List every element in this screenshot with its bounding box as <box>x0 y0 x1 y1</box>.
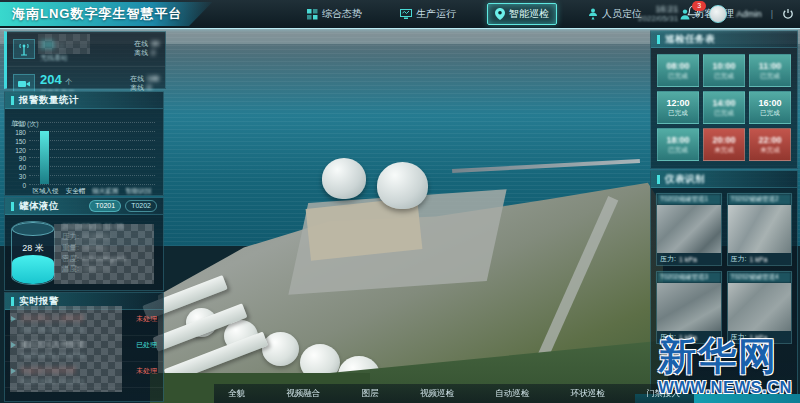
user-area: 16:21 2022/05/31 3 Admin | <box>638 0 794 28</box>
tank-level-text: 28 米 <box>12 242 54 255</box>
header-accent <box>11 96 14 105</box>
tank-liquid <box>12 255 54 284</box>
panel-header: 仪表识别 <box>651 171 797 188</box>
patrol-schedule-panel: 巡检任务表 08:00已完成 10:00已完成 11:00已完成 12:00已完… <box>650 30 798 169</box>
toolbar-item-auto-patrol[interactable]: 自动巡检 <box>495 388 529 400</box>
panel-title: 罐体液位 <box>19 200 59 213</box>
header-accent <box>657 175 660 184</box>
chart-plot-area: 210 180 150 120 90 60 30 0 <box>29 122 155 184</box>
stat-label: 无线基站 <box>40 53 68 63</box>
nav-item-overview[interactable]: 综合态势 <box>300 4 369 24</box>
schedule-cell[interactable]: 20:00未完成 <box>703 128 745 161</box>
lng-storage-tank <box>377 162 428 209</box>
notifications-button[interactable]: 3 <box>687 5 700 23</box>
alarm-statistics-panel: 报警数量统计 单位 (次) 210 180 150 120 90 60 30 0… <box>4 91 164 196</box>
scene-toolbar: 全貌 视频融合 图层 视频巡检 自动巡检 环状巡检 门禁接入 <box>214 384 694 403</box>
monitor-icon <box>400 9 412 20</box>
chart-bars <box>29 122 155 184</box>
dashboard-icon <box>307 9 318 20</box>
panel-header: 报警数量统计 <box>5 92 163 109</box>
power-button[interactable] <box>782 8 794 20</box>
lng-storage-tank <box>322 158 366 199</box>
camera-tile[interactable]: T0202储罐管道2 压力:1 kPa <box>727 193 793 266</box>
header-accent <box>11 202 14 211</box>
xinhuanet-watermark: 新华网 WWW.NEWS.CN <box>658 337 792 396</box>
schedule-grid: 08:00已完成 10:00已完成 11:00已完成 12:00已完成 14:0… <box>651 48 797 167</box>
nav-label: 人员定位 <box>602 7 642 21</box>
nav-label: 生产运行 <box>416 7 456 21</box>
chart-x-labels: 区域入侵 安全帽 烟火监测 智能识别 <box>29 187 155 196</box>
camera-reading: 压力:1 kPa <box>657 253 721 265</box>
alarm-status: 未处理 <box>136 314 157 324</box>
notification-badge: 3 <box>692 1 706 11</box>
camera-thumbnail <box>728 283 792 331</box>
tank-cylinder-gauge: 28 米 <box>11 221 55 285</box>
camera-thumbnail <box>728 205 792 253</box>
stat-value: 204 个 <box>40 72 72 87</box>
camera-tile[interactable]: T0202储罐管道4 压力:1 kPa <box>727 271 793 344</box>
sphere-tank <box>262 332 299 366</box>
app-title: 海南LNG数字孪生智慧平台 <box>12 5 182 23</box>
schedule-cell[interactable]: 22:00未完成 <box>749 128 791 161</box>
username: Admin <box>736 9 762 19</box>
toolbar-item-layers[interactable]: 图层 <box>362 388 379 400</box>
schedule-cell[interactable]: 18:00已完成 <box>657 128 699 161</box>
schedule-cell[interactable]: 08:00已完成 <box>657 54 699 87</box>
camera-grid: T0202储罐管道1 压力:1 kPa T0202储罐管道2 压力:1 kPa … <box>651 188 797 349</box>
nav-item-production[interactable]: 生产运行 <box>393 4 463 24</box>
camera-reading: 压力:1 kPa <box>728 253 792 265</box>
camera-tile[interactable]: T0202储罐管道3 压力:1 kPa <box>656 271 722 344</box>
nav-item-smart-patrol[interactable]: 智能巡检 <box>487 3 557 25</box>
schedule-cell[interactable]: 14:00已完成 <box>703 91 745 124</box>
alarm-bar-chart: 单位 (次) 210 180 150 120 90 60 30 0 区域入侵 安… <box>11 112 157 196</box>
divider: | <box>771 9 773 19</box>
person-pin-icon <box>588 8 598 20</box>
panel-title: 报警数量统计 <box>19 94 79 107</box>
camera-tile[interactable]: T0202储罐管道1 压力:1 kPa <box>656 193 722 266</box>
toolbar-item-video-fusion[interactable]: 视频融合 <box>286 388 320 400</box>
header-accent <box>657 35 660 44</box>
base-station-icon <box>13 39 35 59</box>
panel-header: 罐体液位 T0201 T0202 <box>5 198 163 215</box>
app-title-banner: 海南LNG数字孪生智慧平台 <box>0 2 212 26</box>
nav-label: 智能巡检 <box>509 7 549 21</box>
header-accent <box>11 297 14 306</box>
xinhuanet-url: WWW.NEWS.CN <box>658 379 792 396</box>
schedule-cell[interactable]: 16:00已完成 <box>749 91 791 124</box>
censor-mosaic <box>10 306 122 392</box>
panel-header: 巡检任务表 <box>651 31 797 48</box>
camera-title: T0202储罐管道3 <box>657 272 721 283</box>
toolbar-item-video-patrol[interactable]: 视频巡检 <box>420 388 454 400</box>
panel-title: 巡检任务表 <box>665 33 715 46</box>
chart-bar[interactable] <box>40 131 49 184</box>
nav-label: 综合态势 <box>322 7 362 21</box>
censor-mosaic <box>54 224 154 284</box>
censor-mosaic <box>38 34 90 54</box>
location-pin-icon <box>495 8 505 20</box>
top-bar: 海南LNG数字孪生智慧平台 综合态势 生产运行 智能巡检 人员定位 访客管理 1… <box>0 0 800 29</box>
camera-thumbnail <box>657 283 721 331</box>
user-avatar[interactable] <box>709 5 727 23</box>
schedule-cell[interactable]: 11:00已完成 <box>749 54 791 87</box>
panel-title: 仪表识别 <box>665 173 705 186</box>
camera-title: T0202储罐管道1 <box>657 194 721 205</box>
tank-cylinder-top <box>12 222 54 236</box>
xinhuanet-logo-text: 新华网 <box>658 337 792 375</box>
tab-t0202[interactable]: T0202 <box>125 200 157 212</box>
app-root: { "window": { "title": "海南LNG数字孪生智慧平台" }… <box>0 0 800 403</box>
camera-thumbnail <box>657 205 721 253</box>
date-text: 2022/05/31 <box>638 15 678 24</box>
toolbar-item-loop-patrol[interactable]: 环状巡检 <box>571 388 605 400</box>
alarm-status: 未处理 <box>136 366 157 376</box>
schedule-cell[interactable]: 12:00已完成 <box>657 91 699 124</box>
schedule-cell[interactable]: 10:00已完成 <box>703 54 745 87</box>
toolbar-item-overview[interactable]: 全貌 <box>228 388 245 400</box>
alarm-status: 已处理 <box>136 340 157 350</box>
camera-title: T0202储罐管道4 <box>728 272 792 283</box>
stat-online-offline: 在线34 离线2 <box>134 40 159 58</box>
tab-t0201[interactable]: T0201 <box>89 200 121 212</box>
tank-tabs: T0201 T0202 <box>89 200 157 212</box>
camera-title: T0202储罐管道2 <box>728 194 792 205</box>
clock: 16:21 2022/05/31 <box>638 5 678 24</box>
